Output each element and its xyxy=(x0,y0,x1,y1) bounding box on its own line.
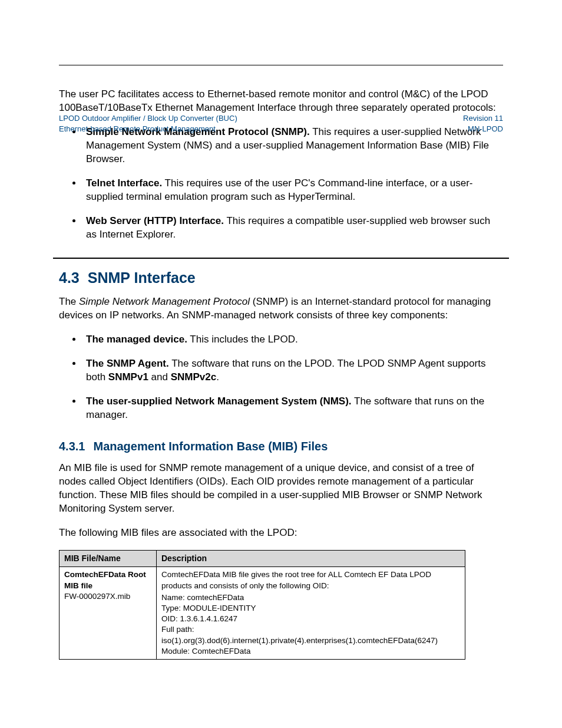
header-sub-right: MN-LPOD xyxy=(463,124,503,134)
table-header-desc: Description xyxy=(157,551,465,567)
heading-title: SNMP Interface xyxy=(88,268,196,288)
bullet-nms: The user-supplied Network Management Sys… xyxy=(82,395,503,422)
table-row: ComtechEFData Root MIB file FW-0000297X.… xyxy=(59,567,465,660)
header-right: Revision 11 xyxy=(463,113,503,124)
table-header-name: MIB File/Name xyxy=(59,551,157,567)
managed-device-lead: The managed device. xyxy=(86,334,187,345)
snmp-agent-lead: The SNMP Agent. xyxy=(86,358,169,369)
heading-num: 4.3 xyxy=(59,268,80,288)
heading-snmp: 4.3 SNMP Interface xyxy=(59,268,503,288)
table-header-row: MIB File/Name Description xyxy=(59,551,465,567)
snmp-em: Simple Network Management Protocol xyxy=(79,296,250,307)
bullet-snmp-agent: The SNMP Agent. The software that runs o… xyxy=(82,357,503,384)
mib-table: MIB File/Name Description ComtechEFData … xyxy=(59,550,465,660)
subheading-num: 4.3.1 xyxy=(59,439,85,454)
section-rule xyxy=(53,258,509,259)
snmp-v1: SNMPv1 xyxy=(108,371,148,383)
snmp-paragraph: The Simple Network Management Protocol (… xyxy=(59,295,503,322)
mib-name: ComtechEFData Root MIB file xyxy=(64,569,151,591)
snmp-pre: The xyxy=(59,296,79,307)
mib-desc-name: Name: comtechEFData xyxy=(161,592,460,603)
header-sub-left: Ethernet-based Remote Product Management xyxy=(59,124,237,134)
mib-filename: FW-0000297X.mib xyxy=(64,591,151,602)
bullet-managed-device: The managed device. This includes the LP… xyxy=(82,333,503,347)
intro-paragraph: The user PC facilitates access to Ethern… xyxy=(59,88,503,115)
nms-lead: The user-supplied Network Management Sys… xyxy=(86,396,352,407)
snmp-agent-mid: and xyxy=(148,371,171,383)
mib-paragraph-2: The following MIB files are associated w… xyxy=(59,526,503,540)
snmp-agent-end: . xyxy=(216,371,219,383)
mib-desc-oid: OID: 1.3.6.1.4.1.6247 xyxy=(161,614,460,624)
mib-desc-line: ComtechEFData MIB file gives the root tr… xyxy=(161,569,460,591)
bullet-telnet-lead: Telnet Interface. xyxy=(86,177,162,189)
mib-paragraph: An MIB file is used for SNMP remote mana… xyxy=(59,462,503,516)
bullet-http-lead: Web Server (HTTP) Interface. xyxy=(86,215,224,226)
subheading-title: Management Information Base (MIB) Files xyxy=(93,439,328,454)
table-cell-name: ComtechEFData Root MIB file FW-0000297X.… xyxy=(59,567,157,660)
snmp-v2c: SNMPv2c xyxy=(171,371,216,383)
header-left: LPOD Outdoor Amplifier / Block Up Conver… xyxy=(59,113,237,124)
mib-desc-type: Type: MODULE-IDENTITY xyxy=(161,603,460,614)
mib-desc-module: Module: ComtechEFData xyxy=(161,646,460,657)
table-cell-desc: ComtechEFData MIB file gives the root tr… xyxy=(157,567,465,660)
bullet-telnet: Telnet Interface. This requires use of t… xyxy=(82,177,503,204)
managed-device-text: This includes the LPOD. xyxy=(187,334,298,345)
mib-desc-path: Full path: iso(1).org(3).dod(6).internet… xyxy=(161,624,460,645)
subheading-mib: 4.3.1 Management Information Base (MIB) … xyxy=(59,439,503,454)
bullet-http: Web Server (HTTP) Interface. This requir… xyxy=(82,215,503,242)
